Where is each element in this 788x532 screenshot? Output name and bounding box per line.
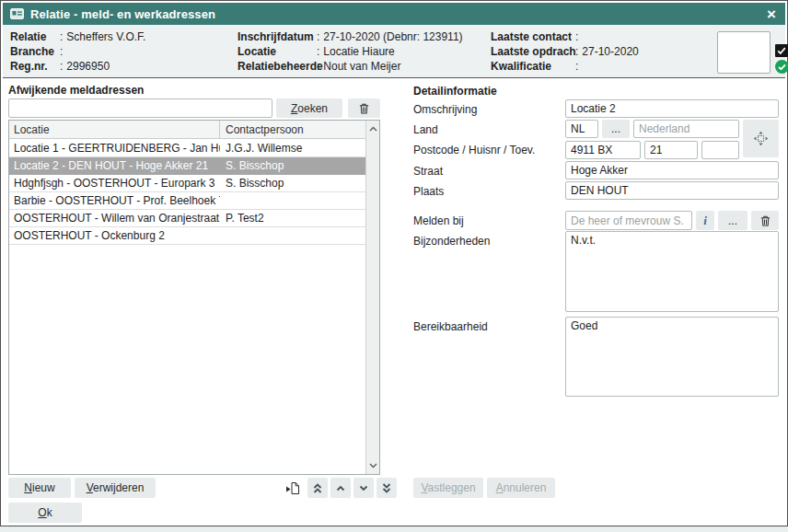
chevron-up-icon xyxy=(335,482,346,494)
plaats-field[interactable] xyxy=(565,181,779,200)
huisnr-field[interactable] xyxy=(644,141,698,159)
omschrijving-field[interactable] xyxy=(565,99,779,118)
detail-panel-title: Detailinformatie xyxy=(413,85,497,98)
scroll-down-icon[interactable] xyxy=(366,458,379,473)
label-bijzonderheden: Bijzonderheden xyxy=(413,235,490,248)
header-field: Reg.nr.:2996950 xyxy=(10,59,145,74)
double-chevron-down-icon xyxy=(381,482,392,494)
new-button[interactable]: Nieuw xyxy=(8,478,71,498)
left-panel-title: Afwijkende meldadressen xyxy=(8,84,144,97)
cell-contactpersoon: J.G.J. Willemse xyxy=(220,142,365,155)
green-check-icon xyxy=(775,60,788,74)
label-land: Land xyxy=(413,123,438,136)
table-header: Locatie Contactpersoon xyxy=(9,121,365,139)
land-code-field[interactable] xyxy=(565,120,598,138)
address-card-icon xyxy=(10,8,24,19)
info-icon-button[interactable]: i xyxy=(696,211,714,230)
melden-bij-browse-button[interactable]: ... xyxy=(718,211,747,230)
cell-locatie: Locatie 2 - DEN HOUT - Hoge Akker 21 xyxy=(9,159,220,172)
trash-icon-button[interactable] xyxy=(348,98,380,118)
relation-header: Relatie:Scheffers V.O.F.Branche:Reg.nr.:… xyxy=(3,25,785,78)
move-down-icon-button[interactable] xyxy=(353,478,374,498)
label-bereikbaarheid: Bereikbaarheid xyxy=(413,320,488,333)
double-chevron-up-icon xyxy=(312,482,323,494)
address-table-body: Locatie 1 - GEERTRUIDENBERG - Jan Hub...… xyxy=(9,140,365,474)
label-straat: Straat xyxy=(413,165,443,178)
cell-locatie: Hdghfjsgh - OOSTERHOUT - Europark 3 xyxy=(9,177,220,190)
table-row[interactable]: OOSTERHOUT - Ockenburg 2 xyxy=(9,227,365,245)
search-button[interactable]: Zoeken xyxy=(276,98,342,118)
cell-locatie: Barbie - OOSTERHOUT - Prof. Beelhoek 7..… xyxy=(9,194,220,207)
title-bar: Relatie - meld- en werkadressen × xyxy=(3,3,785,25)
table-row[interactable]: Hdghfjsgh - OOSTERHOUT - Europark 3S. Bi… xyxy=(9,175,365,192)
cell-locatie: OOSTERHOUT - Ockenburg 2 xyxy=(9,229,220,242)
search-input[interactable] xyxy=(8,98,272,118)
header-col-right: Laatste contact:Laatste opdrach:27-10-20… xyxy=(491,29,639,74)
table-row[interactable]: OOSTERHOUT - Willem van Oranjestraat ...… xyxy=(9,210,365,227)
move-crosshair-icon xyxy=(753,131,769,146)
close-icon[interactable]: × xyxy=(765,6,778,22)
header-col-left: Relatie:Scheffers V.O.F.Branche:Reg.nr.:… xyxy=(10,29,145,74)
label-melden-bij: Melden bij xyxy=(413,214,464,227)
header-col-middle: Inschrijfdatum:27-10-2020 (Debnr: 123911… xyxy=(238,29,463,74)
trash-icon xyxy=(759,214,771,227)
addresses-table: Locatie Contactpersoon Locatie 1 - GEERT… xyxy=(8,120,380,475)
table-row[interactable]: Locatie 2 - DEN HOUT - Hoge Akker 21S. B… xyxy=(9,157,365,175)
insert-page-icon-button[interactable] xyxy=(282,478,304,498)
save-button[interactable]: Vastleggen xyxy=(413,478,483,498)
cell-locatie: OOSTERHOUT - Willem van Oranjestraat ... xyxy=(9,212,220,225)
header-field: Relatie:Scheffers V.O.F. xyxy=(10,29,145,44)
straat-field[interactable] xyxy=(565,161,779,179)
insert-page-icon xyxy=(285,481,300,495)
melden-bij-field xyxy=(565,211,692,230)
map-position-icon-button[interactable] xyxy=(743,120,779,157)
header-field: Laatste contact: xyxy=(491,29,639,44)
land-browse-button[interactable]: ... xyxy=(602,120,630,138)
move-up-icon-button[interactable] xyxy=(330,478,351,498)
melden-bij-trash-icon-button[interactable] xyxy=(751,211,779,230)
label-omschrijving: Omschrijving xyxy=(413,103,477,116)
label-plaats: Plaats xyxy=(413,185,444,198)
header-field: Relatiebeheerde:Nout van Meijer xyxy=(238,59,463,74)
photo-placeholder xyxy=(717,31,771,74)
cell-contactpersoon: S. Bisschop xyxy=(220,159,365,172)
table-row[interactable]: Locatie 1 - GEERTRUIDENBERG - Jan Hub...… xyxy=(9,140,365,157)
ok-button[interactable]: Ok xyxy=(8,503,82,523)
table-scrollbar[interactable] xyxy=(365,121,379,474)
cancel-button[interactable]: Annuleren xyxy=(487,478,555,498)
bereikbaarheid-field[interactable]: Goed xyxy=(565,317,779,397)
dialog-title: Relatie - meld- en werkadressen xyxy=(30,7,215,21)
toevoeging-field[interactable] xyxy=(701,141,739,159)
bijzonderheden-field[interactable]: N.v.t. xyxy=(565,231,779,312)
table-row[interactable]: Barbie - OOSTERHOUT - Prof. Beelhoek 7..… xyxy=(9,192,365,210)
move-bottom-icon-button[interactable] xyxy=(377,478,397,498)
trash-icon xyxy=(358,102,370,115)
scroll-up-icon[interactable] xyxy=(366,121,379,136)
delete-button[interactable]: Verwijderen xyxy=(75,478,156,498)
header-field: Branche: xyxy=(10,44,145,59)
land-name-field xyxy=(633,120,739,138)
checkbox-checked-icon[interactable] xyxy=(775,44,788,57)
move-top-icon-button[interactable] xyxy=(307,478,328,498)
header-field: Laatste opdrach:27-10-2020 xyxy=(491,44,639,59)
header-field: Kwalificatie: xyxy=(491,59,639,74)
column-header-locatie[interactable]: Locatie xyxy=(9,121,220,138)
chevron-down-icon xyxy=(358,482,369,494)
cell-contactpersoon: P. Test2 xyxy=(220,212,365,225)
header-field: Locatie:Locatie Hiaure xyxy=(238,44,463,59)
relation-addresses-dialog: Relatie - meld- en werkadressen × Relati… xyxy=(0,0,788,526)
cell-locatie: Locatie 1 - GEERTRUIDENBERG - Jan Hub... xyxy=(9,142,220,155)
label-postcode: Postcode / Huisnr / Toev. xyxy=(413,144,535,156)
postcode-field[interactable] xyxy=(565,141,641,159)
cell-contactpersoon: S. Bisschop xyxy=(220,177,365,190)
header-field: Inschrijfdatum:27-10-2020 (Debnr: 123911… xyxy=(238,29,463,44)
column-header-contactpersoon[interactable]: Contactpersoon xyxy=(220,123,365,136)
